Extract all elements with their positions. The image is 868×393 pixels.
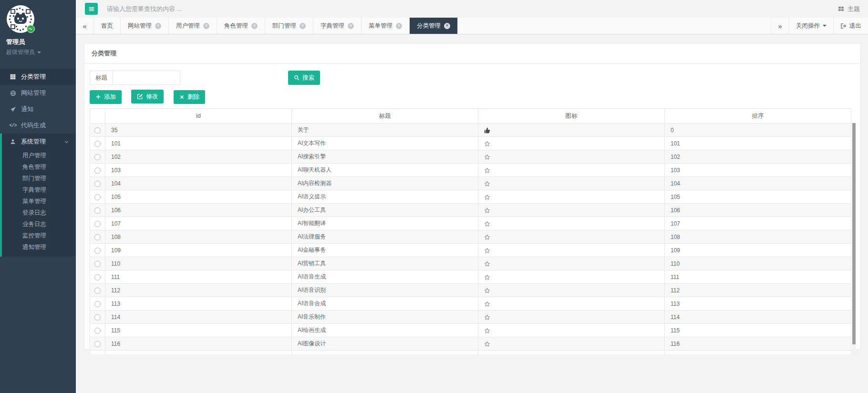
row-select-cell bbox=[90, 150, 105, 164]
table-row[interactable]: 115AI绘画生成115 bbox=[90, 324, 851, 337]
global-search-input[interactable] bbox=[107, 5, 264, 12]
avatar bbox=[6, 5, 35, 33]
tab-角色管理[interactable]: 角色管理× bbox=[217, 18, 265, 34]
table-row[interactable]: 114AI音乐制作114 bbox=[90, 310, 851, 324]
table-row[interactable]: 112AI语音识别112 bbox=[90, 284, 851, 297]
logout-button[interactable]: 退出 bbox=[833, 18, 868, 34]
search-button[interactable]: 搜索 bbox=[288, 71, 320, 85]
sidebar: 管理员 超级管理员 分类管理网站管理通知</>代码生成系统管理用户管理角色管理部… bbox=[0, 0, 76, 393]
close-operations-dropdown[interactable]: 关闭操作 bbox=[789, 18, 833, 34]
table-row[interactable]: 103AI聊天机器人103 bbox=[90, 164, 851, 177]
sidebar-item-4[interactable]: 系统管理 bbox=[2, 134, 76, 150]
table-row[interactable]: 107AI智能翻译107 bbox=[90, 217, 851, 230]
sidebar-subitem[interactable]: 菜单管理 bbox=[2, 196, 76, 207]
table-row[interactable]: 109AI金融事务109 bbox=[90, 244, 851, 257]
tab-用户管理[interactable]: 用户管理× bbox=[169, 18, 217, 34]
sidebar-subitem[interactable]: 字典管理 bbox=[2, 184, 76, 196]
close-operations-label: 关闭操作 bbox=[796, 22, 820, 30]
column-header-标题: 标题 bbox=[292, 109, 478, 124]
edit-button[interactable]: 修改 bbox=[131, 90, 164, 103]
sidebar-subitem[interactable]: 部门管理 bbox=[2, 173, 76, 184]
tab-菜单管理[interactable]: 菜单管理× bbox=[362, 18, 410, 34]
notify-send-icon bbox=[10, 106, 16, 113]
tab-首页[interactable]: 首页 bbox=[94, 18, 121, 34]
sidebar-subitem[interactable]: 用户管理 bbox=[2, 150, 76, 161]
sidebar-toggle-button[interactable] bbox=[85, 3, 98, 15]
sidebar-item-3[interactable]: </>代码生成 bbox=[0, 117, 76, 134]
row-radio[interactable] bbox=[94, 141, 101, 147]
table-scrollbar-thumb[interactable] bbox=[852, 123, 856, 344]
table-row[interactable]: 105AI语义提示105 bbox=[90, 190, 851, 204]
row-radio[interactable] bbox=[94, 261, 101, 267]
sidebar-item-2[interactable]: 通知 bbox=[0, 101, 76, 117]
category-table: id标题图标排序 35关于0101AI文本写作101102AI搜索引擎10210… bbox=[90, 108, 851, 354]
tab-close-icon[interactable]: × bbox=[251, 23, 258, 29]
star-icon bbox=[484, 274, 490, 280]
tab-close-icon[interactable]: × bbox=[396, 23, 402, 29]
sidebar-subitem[interactable]: 业务日志 bbox=[2, 218, 76, 230]
table-row[interactable]: 116AI图像设计116 bbox=[90, 337, 851, 351]
cell-id: 116 bbox=[105, 337, 292, 351]
sidebar-subitem[interactable]: 登录日志 bbox=[2, 207, 76, 218]
sidebar-subitem[interactable]: 通知管理 bbox=[2, 241, 76, 253]
theme-switcher[interactable]: 主题 bbox=[838, 5, 860, 13]
row-radio[interactable] bbox=[94, 234, 101, 240]
tab-close-icon[interactable]: × bbox=[155, 23, 161, 29]
tabs-scroll-right-button[interactable]: » bbox=[771, 18, 789, 34]
row-radio[interactable] bbox=[94, 207, 101, 214]
table-row[interactable]: 106AI办公工具106 bbox=[90, 204, 851, 217]
sidebar-item-0[interactable]: 分类管理 bbox=[0, 69, 76, 85]
tab-分类管理[interactable]: 分类管理× bbox=[410, 18, 458, 34]
delete-button[interactable]: 删除 bbox=[174, 90, 205, 104]
row-radio[interactable] bbox=[94, 127, 101, 134]
cell-id: 104 bbox=[105, 177, 292, 190]
row-radio[interactable] bbox=[94, 314, 101, 321]
tab-网站管理[interactable]: 网站管理× bbox=[121, 18, 169, 34]
sidebar-item-1[interactable]: 网站管理 bbox=[0, 85, 76, 101]
sidebar-subitem[interactable]: 角色管理 bbox=[2, 161, 76, 173]
tab-字典管理[interactable]: 字典管理× bbox=[313, 18, 362, 34]
tab-close-icon[interactable]: × bbox=[300, 23, 306, 29]
table-row[interactable]: 113AI语音合成113 bbox=[90, 297, 851, 310]
plus-icon bbox=[95, 94, 101, 100]
tab-close-icon[interactable]: × bbox=[444, 23, 450, 29]
edit-button-label: 修改 bbox=[146, 93, 158, 101]
tab-close-icon[interactable]: × bbox=[203, 23, 209, 29]
cell-sort: 105 bbox=[665, 190, 851, 204]
theme-grid-icon bbox=[838, 6, 844, 12]
add-button[interactable]: 添加 bbox=[90, 90, 122, 104]
table-row[interactable]: 101AI文本写作101 bbox=[90, 137, 851, 150]
cell-id: 109 bbox=[105, 244, 292, 257]
star-icon bbox=[484, 234, 490, 240]
cell-icon bbox=[478, 337, 665, 351]
row-radio[interactable] bbox=[94, 154, 101, 160]
row-radio[interactable] bbox=[94, 167, 101, 174]
cell-title: AI内容检测器 bbox=[292, 177, 478, 190]
row-radio[interactable] bbox=[94, 181, 101, 187]
row-radio[interactable] bbox=[94, 248, 101, 254]
sidebar-subitem[interactable]: 监控管理 bbox=[2, 230, 76, 241]
tab-label: 首页 bbox=[101, 22, 113, 30]
row-radio[interactable] bbox=[94, 301, 101, 307]
cell-sort: 112 bbox=[665, 284, 851, 297]
tabs-scroll-left-button[interactable]: « bbox=[76, 18, 94, 34]
row-radio[interactable] bbox=[94, 341, 101, 347]
row-radio[interactable] bbox=[94, 288, 101, 294]
row-radio[interactable] bbox=[94, 328, 101, 334]
sidebar-item-label: 通知 bbox=[21, 105, 33, 114]
cell-sort: 102 bbox=[665, 150, 851, 164]
user-role-dropdown[interactable]: 超级管理员 bbox=[6, 48, 76, 56]
table-row[interactable]: 104AI内容检测器104 bbox=[90, 177, 851, 190]
tab-部门管理[interactable]: 部门管理× bbox=[265, 18, 313, 34]
row-radio[interactable] bbox=[94, 194, 101, 200]
table-row[interactable]: 102AI搜索引擎102 bbox=[90, 150, 851, 164]
system-user-icon bbox=[10, 139, 16, 145]
table-row[interactable]: 35关于0 bbox=[90, 124, 851, 137]
tab-close-icon[interactable]: × bbox=[348, 23, 354, 29]
table-row[interactable]: 110AI营销工具110 bbox=[90, 257, 851, 270]
title-filter-input[interactable] bbox=[113, 71, 180, 85]
table-row[interactable]: 111AI语音生成111 bbox=[90, 270, 851, 284]
row-radio[interactable] bbox=[94, 274, 101, 280]
table-row[interactable]: 108AI法律服务108 bbox=[90, 230, 851, 244]
row-radio[interactable] bbox=[94, 221, 101, 227]
